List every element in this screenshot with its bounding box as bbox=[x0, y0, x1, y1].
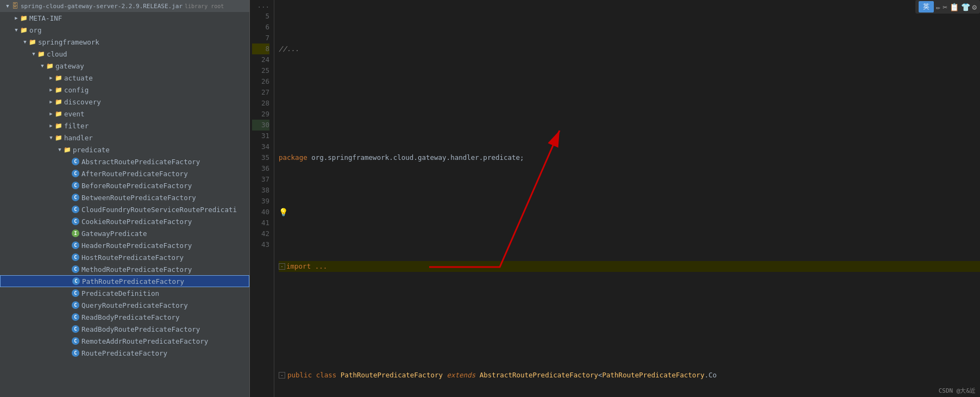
code-token: public bbox=[287, 370, 316, 381]
line-num: 30 bbox=[252, 120, 269, 131]
code-line: - import ... bbox=[279, 261, 980, 272]
tree-item-handler[interactable]: ▼ 📁 handler bbox=[0, 132, 249, 144]
item-label: ReadBodyRoutePredicateFactory bbox=[81, 325, 200, 333]
tree-item-jar-root[interactable]: ▼ 🗄 spring-cloud-gateway-server-2.2.9.RE… bbox=[0, 0, 249, 12]
item-label: QueryRoutePredicateFactory bbox=[81, 301, 188, 309]
item-label: CloudFoundryRouteServiceRoutePredicati bbox=[81, 206, 237, 214]
tree-item-BeforeRoutePredicateFactory[interactable]: ▶ C BeforeRoutePredicateFactory bbox=[0, 179, 249, 191]
item-label: GatewayPredicate bbox=[81, 229, 147, 238]
tree-item-GatewayPredicate[interactable]: ▶ I GatewayPredicate bbox=[0, 227, 249, 239]
folder-icon: 📁 bbox=[20, 26, 28, 34]
tree-item-RoutePredicateFactory[interactable]: ▶ C RoutePredicateFactory bbox=[0, 347, 249, 359]
code-token: springframework bbox=[328, 152, 389, 163]
expand-arrow: ▼ bbox=[48, 134, 54, 141]
item-label: PredicateDefinition bbox=[81, 289, 159, 297]
tree-item-cloud[interactable]: ▼ 📁 cloud bbox=[0, 48, 249, 60]
cut-icon[interactable]: ✂ bbox=[943, 3, 947, 11]
tree-item-PredicateDefinition[interactable]: ▶ C PredicateDefinition bbox=[0, 287, 249, 299]
tree-item-ReadBodyPredicateFactory[interactable]: ▶ C ReadBodyPredicateFactory bbox=[0, 311, 249, 323]
tree-item-HeaderRoutePredicateFactory[interactable]: ▶ C HeaderRoutePredicateFactory bbox=[0, 239, 249, 251]
tree-item-meta-inf[interactable]: ▶ 📁 META-INF bbox=[0, 12, 249, 24]
expand-arrow: ▼ bbox=[4, 3, 11, 9]
folder-icon: 📁 bbox=[54, 121, 63, 130]
folder-icon: 📁 bbox=[54, 133, 63, 142]
expand-arrow: ▶ bbox=[48, 122, 54, 129]
item-label: filter bbox=[64, 122, 89, 130]
code-token: class bbox=[316, 370, 341, 381]
fold-icon[interactable]: - bbox=[279, 372, 285, 379]
tree-item-org[interactable]: ▼ 📁 org bbox=[0, 24, 249, 36]
file-tree[interactable]: ▼ 🗄 spring-cloud-gateway-server-2.2.9.RE… bbox=[0, 0, 250, 397]
class-icon: C bbox=[72, 277, 80, 285]
expand-arrow: ▶ bbox=[48, 110, 54, 117]
folder-icon: 📁 bbox=[28, 38, 37, 46]
code-token: cloud bbox=[393, 152, 414, 163]
lang-button[interactable]: 英 bbox=[919, 1, 934, 13]
tree-item-PathRoutePredicateFactory[interactable]: ▶ C PathRoutePredicateFactory bbox=[0, 275, 249, 287]
item-label: AfterRoutePredicateFactory bbox=[81, 170, 188, 178]
tree-item-springframework[interactable]: ▼ 📁 springframework bbox=[0, 36, 249, 48]
tree-item-HostRoutePredicateFactory[interactable]: ▶ C HostRoutePredicateFactory bbox=[0, 251, 249, 263]
item-label: RoutePredicateFactory bbox=[81, 349, 167, 357]
tree-item-gateway[interactable]: ▼ 📁 gateway bbox=[0, 60, 249, 72]
folder-icon: 📁 bbox=[54, 97, 63, 106]
shirt-icon[interactable]: 👕 bbox=[961, 3, 970, 11]
edit-icon[interactable]: ✏ bbox=[936, 3, 940, 11]
class-icon: I bbox=[72, 229, 79, 237]
line-num: 24 bbox=[252, 54, 269, 65]
expand-arrow: ▼ bbox=[22, 39, 28, 45]
copy-icon[interactable]: 📋 bbox=[950, 3, 959, 11]
tree-item-AbstractRoutePredicateFactory[interactable]: ▶ C AbstractRoutePredicateFactory bbox=[0, 156, 249, 168]
item-label: AbstractRoutePredicateFactory bbox=[81, 158, 200, 166]
code-token: package bbox=[279, 152, 311, 163]
line-num: 5 bbox=[252, 11, 269, 22]
tree-item-ReadBodyRoutePredicateFactory[interactable]: ▶ C ReadBodyRoutePredicateFactory bbox=[0, 323, 249, 335]
fold-icon[interactable]: - bbox=[279, 263, 285, 270]
tree-item-RemoteAddrRoutePredicateFactory[interactable]: ▶ C RemoteAddrRoutePredicateFactory bbox=[0, 335, 249, 347]
tree-item-actuate[interactable]: ▶ 📁 actuate bbox=[0, 72, 249, 84]
tree-item-MethodRoutePredicateFactory[interactable]: ▶ C MethodRoutePredicateFactory bbox=[0, 263, 249, 275]
tree-item-CookieRoutePredicateFactory[interactable]: ▶ C CookieRoutePredicateFactory bbox=[0, 215, 249, 227]
item-label: cloud bbox=[47, 50, 67, 58]
item-label: PathRoutePredicateFactory bbox=[82, 277, 184, 286]
tree-item-AfterRoutePredicateFactory[interactable]: ▶ C AfterRoutePredicateFactory bbox=[0, 168, 249, 179]
item-label: config bbox=[64, 86, 89, 94]
code-content: //... package org . springframework . cl… bbox=[274, 0, 980, 397]
item-label: MethodRoutePredicateFactory bbox=[81, 265, 192, 274]
line-num: 31 bbox=[252, 131, 269, 141]
line-numbers: ... 5 6 7 8 24 25 26 27 28 29 30 31 34 3… bbox=[250, 0, 274, 397]
tree-item-discovery[interactable]: ▶ 📁 discovery bbox=[0, 96, 249, 108]
folder-icon: 📁 bbox=[54, 73, 63, 82]
class-icon: C bbox=[72, 241, 79, 249]
tree-item-event[interactable]: ▶ 📁 event bbox=[0, 108, 249, 120]
item-label: BetweenRoutePredicateFactory bbox=[81, 194, 196, 202]
item-label: META-INF bbox=[29, 14, 62, 22]
settings-icon[interactable]: ⚙ bbox=[972, 3, 977, 11]
item-label: ReadBodyPredicateFactory bbox=[81, 313, 180, 321]
folder-icon: 📁 bbox=[54, 85, 63, 94]
expand-arrow: ▼ bbox=[39, 63, 46, 69]
class-icon: C bbox=[72, 158, 79, 165]
code-token: handler bbox=[450, 152, 479, 163]
item-label: actuate bbox=[64, 74, 93, 82]
expand-arrow: ▶ bbox=[48, 98, 54, 105]
tree-item-filter[interactable]: ▶ 📁 filter bbox=[0, 120, 249, 132]
code-token: PathRoutePredicateFactory bbox=[341, 370, 447, 381]
line-num: 26 bbox=[252, 76, 269, 87]
tree-item-CloudFoundryRouteServiceRoutePredicate[interactable]: ▶ C CloudFoundryRouteServiceRoutePredica… bbox=[0, 203, 249, 215]
code-area[interactable]: ... 5 6 7 8 24 25 26 27 28 29 30 31 34 3… bbox=[250, 0, 980, 397]
line-num: 41 bbox=[252, 218, 269, 228]
tree-item-QueryRoutePredicateFactory[interactable]: ▶ C QueryRoutePredicateFactory bbox=[0, 299, 249, 311]
folder-icon: 📁 bbox=[37, 49, 46, 58]
tree-item-predicate[interactable]: ▼ 📁 predicate bbox=[0, 144, 249, 156]
folder-icon: 📁 bbox=[54, 109, 63, 118]
code-token: AbstractRoutePredicateFactory bbox=[480, 370, 598, 381]
tree-item-config[interactable]: ▶ 📁 config bbox=[0, 84, 249, 96]
class-icon: C bbox=[72, 265, 79, 273]
class-icon: C bbox=[72, 170, 79, 177]
line-num: 8 bbox=[252, 44, 269, 54]
tree-item-BetweenRoutePredicateFactory[interactable]: ▶ C BetweenRoutePredicateFactory bbox=[0, 191, 249, 203]
item-label: springframework bbox=[38, 38, 99, 46]
item-label: event bbox=[64, 110, 85, 118]
code-line: - public class PathRoutePredicateFactory… bbox=[279, 370, 980, 381]
